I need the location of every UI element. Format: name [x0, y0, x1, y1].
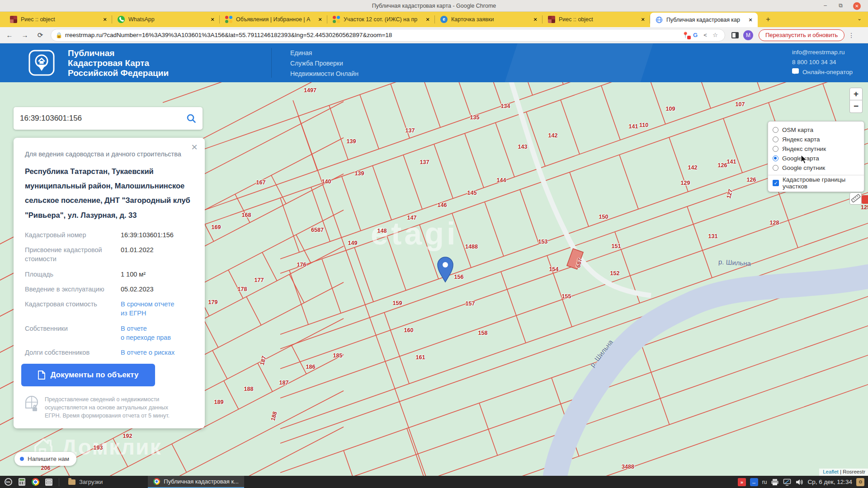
map-attribution: Leaflet | Rosreestr: [819, 469, 868, 476]
detail-row-2: Площадь1 100 м²: [25, 270, 193, 279]
forward-button[interactable]: →: [19, 29, 31, 41]
tab-close-icon[interactable]: ✕: [424, 16, 431, 23]
side-panel-icon[interactable]: [731, 32, 739, 38]
radio-icon[interactable]: [773, 155, 778, 161]
online-operator-link[interactable]: Онлайн-оператор: [802, 69, 853, 75]
reload-button[interactable]: ⟳: [34, 29, 46, 41]
printer-tray-icon[interactable]: [771, 478, 779, 486]
nav-link-sluzhba[interactable]: Служба Проверки: [290, 60, 343, 67]
tab-title: Участок 12 сот. (ИЖС) на пр: [344, 16, 424, 23]
tab-close-icon[interactable]: ✕: [639, 16, 646, 23]
browser-tab-1[interactable]: WhatsApp✕: [112, 12, 220, 27]
anydesk-tray-icon[interactable]: »: [738, 478, 746, 486]
detail-link[interactable]: В срочном отчете из ЕГРН: [121, 300, 193, 318]
edge-marker-badge[interactable]: [862, 195, 868, 204]
parcel-label-128: 128: [770, 220, 779, 226]
back-button[interactable]: ←: [4, 29, 15, 41]
keyboard-layout-indicator[interactable]: ru: [762, 478, 767, 486]
lock-icon[interactable]: 🔒: [56, 32, 62, 38]
parcel-label-189: 189: [214, 399, 224, 405]
tab-strip: Риес :: object✕WhatsApp✕Объявления | Изб…: [5, 12, 758, 27]
contact-email[interactable]: info@rreestrmap.ru: [792, 49, 845, 56]
restore-button[interactable]: ⧉: [837, 2, 844, 10]
google-icon[interactable]: G: [690, 32, 700, 38]
radio-icon[interactable]: [773, 146, 778, 152]
bookmark-star-icon[interactable]: ☆: [710, 32, 720, 38]
search-input[interactable]: [20, 114, 186, 123]
header-decor-band: [503, 43, 655, 82]
overlay-cadastral-borders[interactable]: ✓ Кадастровые границы участков: [773, 178, 859, 188]
site-logo-icon[interactable]: [28, 49, 55, 76]
teamviewer-tray-icon[interactable]: ↔: [750, 478, 758, 486]
search-icon[interactable]: [186, 113, 196, 123]
radio-icon[interactable]: [773, 136, 778, 142]
radio-icon[interactable]: [773, 165, 778, 171]
tab-list-chevron-icon[interactable]: ⌄: [857, 15, 862, 22]
zoom-in-button[interactable]: +: [849, 88, 863, 100]
omnibox[interactable]: 🔒 📍 G < ☆: [51, 29, 725, 42]
parcel-label-107: 107: [736, 101, 745, 108]
window-title: Публичная кадастровая карта - Google Chr…: [0, 0, 868, 12]
restart-update-button[interactable]: Перезапустить и обновить: [759, 29, 844, 41]
new-tab-button[interactable]: +: [762, 14, 774, 25]
close-button[interactable]: ✕: [853, 2, 861, 10]
parcel-label-169: 169: [212, 224, 221, 230]
checkbox-checked-icon[interactable]: ✓: [773, 180, 779, 186]
display-tray-icon[interactable]: [783, 478, 791, 486]
tab-title: Риес :: object: [21, 16, 101, 23]
contact-phone[interactable]: 8 800 100 34 34: [792, 59, 836, 66]
browser-tab-3[interactable]: Участок 12 сот. (ИЖС) на пр✕: [327, 12, 435, 27]
tab-close-icon[interactable]: ✕: [316, 16, 324, 23]
url-input[interactable]: [65, 32, 680, 38]
map-canvas[interactable]: etagi Домклик 14971341351371391401391371…: [0, 82, 868, 476]
leaflet-link[interactable]: Leaflet: [823, 469, 839, 474]
tab-close-icon[interactable]: ✕: [101, 16, 108, 23]
browser-tab-6[interactable]: Публичная кадастровая кар✕: [650, 13, 758, 27]
calculator-launcher[interactable]: [16, 477, 27, 487]
rosreestr-icon: [25, 395, 38, 413]
browser-tab-4[interactable]: еКарточка заявки✕: [435, 12, 542, 27]
volume-tray-icon[interactable]: [795, 478, 803, 486]
detail-link[interactable]: В отчете о переходе прав: [121, 324, 193, 343]
layer-option-2[interactable]: Яндекс спутник: [773, 144, 859, 153]
nav-link-edinaya[interactable]: Единая: [290, 49, 312, 56]
panel-close-icon[interactable]: ✕: [189, 142, 199, 152]
edge-parcel-label: 125: [861, 204, 868, 211]
radio-icon[interactable]: [773, 127, 778, 133]
tab-close-icon[interactable]: ✕: [209, 16, 216, 23]
tab-close-icon[interactable]: ✕: [747, 16, 754, 23]
detail-link[interactable]: В отчете о рисках: [121, 348, 193, 357]
profile-avatar[interactable]: M: [743, 30, 753, 40]
task-item-active-chrome[interactable]: Публичная кадастровая к...: [148, 476, 244, 488]
zoom-out-button[interactable]: −: [849, 100, 863, 113]
measure-tool-button[interactable]: [849, 192, 862, 205]
minimize-button[interactable]: –: [821, 2, 829, 10]
extension-pin-icon[interactable]: 📍: [680, 32, 690, 38]
tab-close-icon[interactable]: ✕: [532, 16, 539, 23]
globe-favicon: [656, 16, 663, 23]
browser-tab-5[interactable]: Риес :: object✕: [542, 12, 650, 27]
parcel-label-1497: 1497: [304, 87, 316, 94]
layer-option-1[interactable]: Яндекс карта: [773, 135, 859, 144]
layer-option-3[interactable]: Google карта: [773, 154, 859, 163]
browser-tab-2[interactable]: Объявления | Избранное | А✕: [220, 12, 327, 27]
layer-option-0[interactable]: OSM карта: [773, 125, 859, 134]
task-item-downloads[interactable]: Загрузки: [63, 476, 108, 488]
mint-menu-button[interactable]: lm: [3, 477, 14, 487]
write-us-button[interactable]: Напишите нам: [14, 452, 76, 466]
layer-option-4[interactable]: Google спутник: [773, 163, 859, 172]
tab-title: Объявления | Избранное | А: [236, 16, 316, 23]
parcel-label-188: 188: [244, 386, 254, 392]
nav-link-nedvizhimost[interactable]: Недвижимости Онлайн: [290, 70, 359, 77]
files-launcher[interactable]: [43, 477, 54, 487]
parcel-label-158: 158: [478, 330, 488, 336]
menu-kebab-icon[interactable]: ⋮: [848, 32, 854, 39]
chrome-launcher[interactable]: [30, 477, 41, 487]
ries-favicon: [10, 16, 17, 23]
taskbar-clock[interactable]: Ср, 6 дек, 12:34: [807, 479, 852, 485]
screenshot-tray-icon[interactable]: [856, 478, 864, 486]
share-icon[interactable]: <: [700, 32, 710, 38]
search-box[interactable]: [14, 107, 203, 130]
object-documents-button[interactable]: Документы по объекту: [21, 364, 155, 386]
browser-tab-0[interactable]: Риес :: object✕: [5, 12, 112, 27]
